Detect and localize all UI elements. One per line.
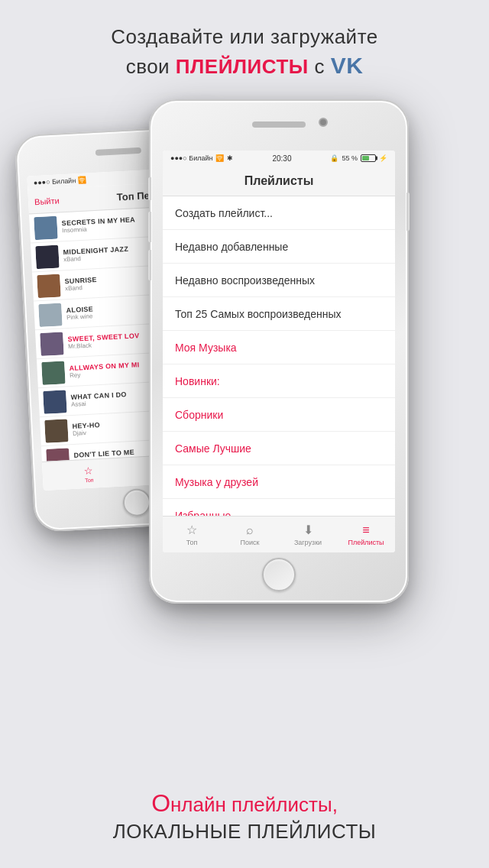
- front-tab-downloads[interactable]: ⬇ Загрузки: [279, 523, 337, 546]
- footer-rest: нлайн плейлисты,: [170, 793, 338, 816]
- track-thumb: [35, 245, 60, 269]
- download-icon: ⬇: [303, 523, 313, 537]
- front-status-bar: ●●●○ Билайн 🛜 ✱ 20:30 🔒 55 % ⚡: [163, 151, 395, 166]
- list-item[interactable]: Недавно воспроизведенных: [163, 264, 395, 297]
- front-tab-playlists-label: Плейлисты: [348, 539, 384, 546]
- track-thumb: [41, 361, 66, 385]
- header-line2-normal: свои: [126, 55, 176, 78]
- list-item[interactable]: Сборники: [163, 398, 395, 432]
- footer-section: Онлайн плейлисты, ЛОКАЛЬНЫЕ ПЛЕЙЛИСТЫ: [0, 788, 489, 845]
- front-tab-bar: ☆ Топ ⌕ Поиск ⬇ Загрузки ≡ Плейлисты: [163, 516, 395, 552]
- track-thumb: [44, 419, 69, 443]
- list-item[interactable]: Моя Музыка: [163, 331, 395, 364]
- battery-percent: 55 %: [342, 154, 358, 162]
- lock-icon: 🔒: [330, 154, 338, 162]
- front-phone-speaker: [252, 121, 306, 128]
- volume-up-button: [148, 212, 151, 242]
- header-line2-pink: ПЛЕЙЛИСТЫ: [176, 55, 309, 78]
- top25-label: Топ 25 Самых воспроизведенных: [175, 308, 342, 320]
- back-logout-btn[interactable]: Выйти: [34, 196, 60, 206]
- recently-played-label: Недавно воспроизведенных: [175, 274, 315, 287]
- front-phone: ●●●○ Билайн 🛜 ✱ 20:30 🔒 55 % ⚡ Плейлисты: [149, 99, 409, 604]
- collections-label: Сборники: [175, 409, 223, 421]
- list-item[interactable]: Самые Лучшие: [163, 432, 395, 465]
- star-icon: ☆: [84, 465, 94, 478]
- header-line1: Создавайте или загружайте: [0, 24, 489, 50]
- list-item[interactable]: Новинки:: [163, 364, 395, 398]
- best-label: Самые Лучшие: [175, 442, 251, 455]
- volume-down-button: [148, 250, 151, 280]
- tab-top[interactable]: ☆ Топ: [42, 463, 135, 485]
- mute-switch: [148, 177, 151, 200]
- track-thumb: [43, 390, 67, 414]
- new-tracks-label: Новинки:: [175, 375, 220, 387]
- battery-indicator: [361, 154, 376, 162]
- list-item[interactable]: Недавно добавленные: [163, 230, 395, 264]
- header-line2-with: с: [309, 55, 331, 78]
- power-button: [406, 193, 410, 231]
- track-thumb: [38, 303, 63, 327]
- front-nav: Плейлисты: [163, 166, 395, 196]
- back-phone-speaker: [96, 147, 141, 156]
- phones-container: ●●●○ Билайн 🛜 2 Выйти Топ Пе SECRETS IN …: [0, 84, 489, 749]
- front-phone-screen: ●●●○ Билайн 🛜 ✱ 20:30 🔒 55 % ⚡ Плейлисты: [163, 151, 395, 552]
- back-home-button[interactable]: [122, 488, 151, 517]
- track-thumb: [37, 274, 61, 298]
- playlists-icon: ≡: [362, 523, 369, 537]
- front-time: 20:30: [272, 154, 291, 163]
- list-item[interactable]: Топ 25 Самых воспроизведенных: [163, 297, 395, 331]
- track-thumb: [40, 332, 64, 356]
- footer-line2: ЛОКАЛЬНЫЕ ПЛЕЙЛИСТЫ: [0, 819, 489, 845]
- front-nav-title: Плейлисты: [244, 174, 314, 188]
- star-icon: ☆: [186, 523, 197, 537]
- signal-icon: ✱: [227, 154, 233, 162]
- create-playlist-label: Создать плейлист...: [175, 207, 273, 219]
- list-item[interactable]: Создать плейлист...: [163, 196, 395, 230]
- front-carrier: ●●●○ Билайн: [170, 154, 212, 162]
- front-tab-top[interactable]: ☆ Топ: [163, 523, 221, 546]
- header-section: Создавайте или загружайте свои ПЛЕЙЛИСТЫ…: [0, 0, 489, 80]
- search-icon: ⌕: [246, 523, 254, 537]
- header-line2-vk: VK: [331, 53, 364, 78]
- charging-icon: ⚡: [379, 154, 387, 162]
- recently-added-label: Недавно добавленные: [175, 241, 288, 253]
- friends-music-label: Музыка у друзей: [175, 476, 258, 488]
- front-tab-search[interactable]: ⌕ Поиск: [221, 523, 279, 546]
- footer-cap: О: [151, 789, 170, 817]
- front-tab-playlists[interactable]: ≡ Плейлисты: [337, 523, 395, 546]
- back-nav-title: Топ Пе: [116, 189, 150, 202]
- header-line2: свои ПЛЕЙЛИСТЫ с VK: [0, 50, 489, 80]
- front-tab-search-label: Поиск: [241, 539, 260, 546]
- battery-fill: [362, 156, 369, 160]
- back-carrier: ●●●○ Билайн 🛜: [34, 177, 86, 187]
- front-phone-camera: [319, 118, 328, 127]
- front-tab-downloads-label: Загрузки: [294, 539, 322, 546]
- track-thumb: [34, 215, 58, 240]
- playlist-list: Создать плейлист... Недавно добавленные …: [163, 196, 395, 533]
- front-home-button[interactable]: [262, 558, 296, 591]
- my-music-label: Моя Музыка: [175, 342, 237, 354]
- footer-line1: Онлайн плейлисты,: [0, 788, 489, 820]
- list-item[interactable]: Музыка у друзей: [163, 465, 395, 499]
- tab-top-label: Топ: [85, 478, 94, 484]
- front-tab-top-label: Топ: [186, 539, 198, 546]
- wifi-icon: 🛜: [215, 154, 224, 162]
